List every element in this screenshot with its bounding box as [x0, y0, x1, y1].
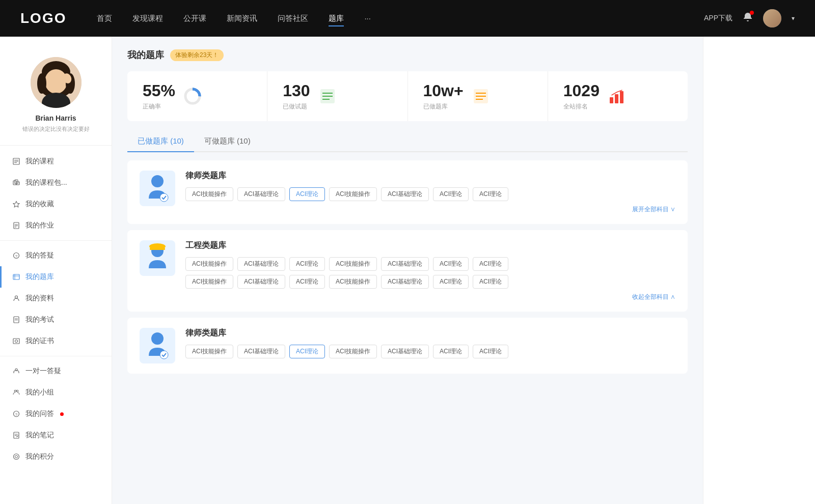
my-group-icon: [12, 388, 20, 397]
svg-point-25: [15, 296, 18, 298]
sidebar-item-my-qa[interactable]: ? 我的答疑: [0, 245, 112, 266]
tag-1-1-6[interactable]: ACI理论: [473, 275, 508, 289]
my-courses-label: 我的课程: [25, 157, 54, 166]
tag-2-0-0[interactable]: ACI技能操作: [185, 345, 233, 358]
tag-1-0-2[interactable]: ACI理论: [289, 257, 325, 271]
nav-more[interactable]: ···: [364, 14, 371, 23]
nav-news[interactable]: 新闻资讯: [227, 14, 257, 23]
tag-2-0-3[interactable]: ACI技能操作: [329, 345, 377, 358]
tag-2-0-4[interactable]: ACI基础理论: [381, 345, 429, 358]
navbar: LOGO 首页 发现课程 公开课 新闻资讯 问答社区 题库 ··· APP下载 …: [0, 0, 815, 37]
my-points-label: 我的积分: [25, 452, 54, 461]
my-info-icon: [12, 294, 20, 302]
app-download-link[interactable]: APP下载: [704, 14, 732, 23]
tag-0-0-5[interactable]: ACI理论: [433, 187, 469, 201]
notification-bell[interactable]: [743, 12, 753, 25]
sidebar-item-homework[interactable]: 我的作业: [0, 215, 112, 236]
sidebar-profile: Brian Harris 错误的决定比没有决定要好: [0, 47, 112, 146]
bank-card-1: 工程类题库 ACI技能操作 ACI基础理论 ACI理论 ACI技能操作 ACI基…: [127, 230, 688, 312]
profile-name: Brian Harris: [8, 114, 103, 122]
stat-done-banks: 10w+ 已做题库: [408, 71, 548, 121]
stat-done-questions-icon: [318, 87, 337, 105]
nav-open-course[interactable]: 公开课: [183, 14, 206, 23]
svg-rect-54: [620, 91, 623, 103]
tab-done-banks[interactable]: 已做题库 (10): [127, 131, 194, 151]
tag-2-0-5[interactable]: ACI理论: [433, 345, 469, 358]
tag-0-0-0[interactable]: ACI技能操作: [185, 187, 233, 201]
questions-notification-dot: [60, 412, 64, 416]
tag-0-0-3[interactable]: ACI技能操作: [329, 187, 377, 201]
my-info-label: 我的资料: [25, 294, 54, 303]
tag-2-0-6[interactable]: ACI理论: [473, 345, 508, 358]
tab-available-banks[interactable]: 可做题库 (10): [194, 131, 261, 151]
sidebar-item-my-group[interactable]: 我的小组: [0, 382, 112, 403]
tag-0-0-6[interactable]: ACI理论: [473, 187, 508, 201]
avatar: [31, 57, 82, 108]
user-menu-chevron[interactable]: ▾: [792, 15, 795, 22]
tag-2-0-2[interactable]: ACI理论: [289, 345, 325, 358]
sidebar-item-my-notes[interactable]: 我的笔记: [0, 425, 112, 446]
sidebar-item-favorites[interactable]: 我的收藏: [0, 193, 112, 215]
tag-1-0-1[interactable]: ACI基础理论: [237, 257, 285, 271]
nav-discover[interactable]: 发现课程: [132, 14, 163, 23]
svg-text:?: ?: [15, 412, 18, 417]
right-panel: [703, 37, 815, 504]
bank-tags-1-row-0: ACI技能操作 ACI基础理论 ACI理论 ACI技能操作 ACI基础理论 AC…: [185, 257, 675, 271]
tag-0-0-2[interactable]: ACI理论: [289, 187, 325, 201]
stat-done-questions-content: 130 已做试题: [283, 81, 310, 111]
sidebar-item-my-cert[interactable]: 我的证书: [0, 330, 112, 352]
stat-rank: 1029 全站排名: [548, 71, 688, 121]
bank-icon-1: [140, 240, 175, 276]
stat-done-questions-value: 130: [283, 81, 310, 100]
tag-1-0-4[interactable]: ACI基础理论: [381, 257, 429, 271]
tag-1-0-0[interactable]: ACI技能操作: [185, 257, 233, 271]
sidebar-item-course-package[interactable]: 我的课程包...: [0, 172, 112, 193]
tag-0-0-4[interactable]: ACI基础理论: [381, 187, 429, 201]
nav-question-bank[interactable]: 题库: [329, 14, 344, 23]
tag-1-1-5[interactable]: ACI理论: [433, 275, 469, 289]
user-avatar[interactable]: [763, 9, 781, 27]
sidebar-item-my-exam[interactable]: 我的考试: [0, 309, 112, 330]
nav-links: 首页 发现课程 公开课 新闻资讯 问答社区 题库 ···: [97, 14, 704, 23]
bank-card-2: 律师类题库 ACI技能操作 ACI基础理论 ACI理论 ACI技能操作 ACI基…: [127, 318, 688, 374]
svg-rect-22: [13, 274, 19, 279]
sidebar-item-my-questions[interactable]: ? 我的问答: [0, 403, 112, 425]
collapse-link-1[interactable]: 收起全部科目 ∧: [185, 293, 675, 301]
homework-label: 我的作业: [25, 221, 54, 230]
tag-1-1-4[interactable]: ACI基础理论: [381, 275, 429, 289]
bank-content-2: 律师类题库 ACI技能操作 ACI基础理论 ACI理论 ACI技能操作 ACI基…: [185, 328, 675, 362]
tag-1-0-5[interactable]: ACI理论: [433, 257, 469, 271]
my-notes-label: 我的笔记: [25, 431, 54, 440]
tag-2-0-1[interactable]: ACI基础理论: [237, 345, 285, 358]
qa-icon: ?: [12, 251, 20, 260]
sidebar: Brian Harris 错误的决定比没有决定要好 我的课程 我的课程包...: [0, 37, 112, 504]
stat-rank-label: 全站排名: [563, 102, 600, 111]
tag-1-1-2[interactable]: ACI理论: [289, 275, 325, 289]
svg-text:?: ?: [15, 254, 18, 259]
expand-link-0[interactable]: 展开全部科目 ∨: [185, 205, 675, 214]
sidebar-item-one-on-one[interactable]: 一对一答疑: [0, 360, 112, 382]
sidebar-item-question-bank[interactable]: 我的题库: [0, 266, 112, 288]
nav-qa[interactable]: 问答社区: [278, 14, 308, 23]
tag-1-1-0[interactable]: ACI技能操作: [185, 275, 233, 289]
my-cert-label: 我的证书: [25, 337, 54, 346]
bank-tags-2-row-0: ACI技能操作 ACI基础理论 ACI理论 ACI技能操作 ACI基础理论 AC…: [185, 345, 675, 358]
logo[interactable]: LOGO: [20, 10, 66, 26]
tag-0-0-1[interactable]: ACI基础理论: [237, 187, 285, 201]
sidebar-item-my-info[interactable]: 我的资料: [0, 288, 112, 309]
tag-1-1-1[interactable]: ACI基础理论: [237, 275, 285, 289]
tag-1-0-3[interactable]: ACI技能操作: [329, 257, 377, 271]
stat-rank-value: 1029: [563, 81, 600, 100]
sidebar-item-my-courses[interactable]: 我的课程: [0, 151, 112, 172]
my-exam-label: 我的考试: [25, 315, 54, 324]
svg-point-33: [16, 390, 18, 392]
bank-content-0: 律师类题库 ACI技能操作 ACI基础理论 ACI理论 ACI技能操作 ACI基…: [185, 171, 675, 214]
svg-rect-53: [615, 94, 618, 103]
sidebar-item-my-points[interactable]: 我的积分: [0, 446, 112, 467]
my-notes-icon: [12, 431, 20, 439]
nav-home[interactable]: 首页: [97, 14, 112, 23]
stat-done-banks-value: 10w+: [423, 81, 464, 100]
svg-point-3: [45, 69, 67, 94]
tag-1-0-6[interactable]: ACI理论: [473, 257, 508, 271]
tag-1-1-3[interactable]: ACI技能操作: [329, 275, 377, 289]
